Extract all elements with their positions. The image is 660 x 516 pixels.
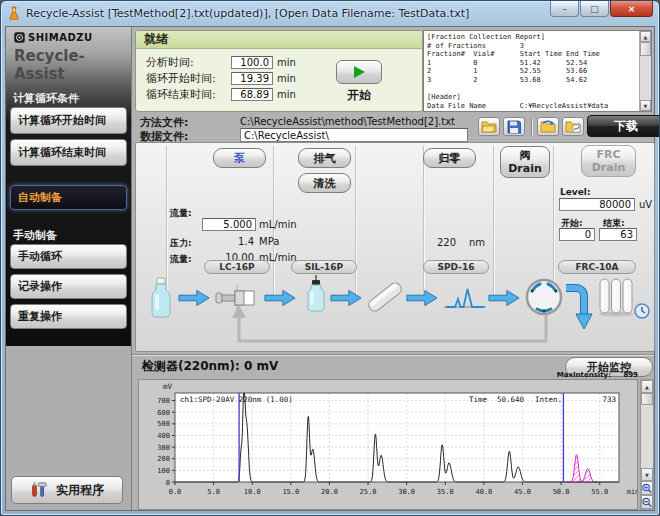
svg-text:min: min [627,488,637,496]
flow-diagram-panel: 泵 排气 清洗 归零 阀 Drain FRC Drain Level: uV 开… [135,142,655,352]
svg-text:45.0: 45.0 [514,488,531,496]
chart-scroll-up-icon[interactable]: ▲ [641,380,653,393]
svg-text:50.640: 50.640 [497,395,525,404]
data-file-input[interactable] [240,128,468,142]
calc-start-time-button[interactable]: 计算循环开始时间 [10,107,127,134]
pump-button[interactable]: 泵 [213,148,266,168]
tools-icon [30,481,48,499]
frc-drain-button[interactable]: FRC Drain [581,145,636,177]
export-report-button[interactable] [562,117,584,136]
close-button[interactable]: × [610,1,653,17]
wavelength-value: 220 [426,237,456,248]
flow-rate-unit: mL/min [259,219,297,230]
zoom-in-button[interactable] [641,481,653,495]
flow-arrow-icon [264,289,296,307]
open-data-folder-icon [540,120,556,133]
app-title: Recycle-Assist [14,47,131,83]
svg-text:55.0: 55.0 [591,488,608,496]
application-window: Recycle-Assist [TestMethod[2].txt(update… [0,0,660,516]
svg-text:mV: mV [163,382,173,391]
svg-text:35.0: 35.0 [437,488,454,496]
flow-arrow-icon [406,289,438,307]
app-icon [7,6,21,20]
report-scrollbar[interactable]: ▲ ▼ [639,31,651,111]
fraction-report-panel: [Fraction Collection Report] # of Fracti… [423,30,652,112]
play-icon [354,66,365,78]
fraction-collector-icon [598,277,634,317]
flow-rate-label: 流量: [170,207,192,220]
manual-prep-label: 手动制备 [13,228,57,243]
svg-text:200: 200 [157,455,170,463]
pump-icon [214,285,260,311]
chromatogram-plot: 0.05.010.015.020.025.030.035.040.045.050… [139,380,637,509]
cycle-end-time-input[interactable] [231,88,273,101]
svg-text:50.0: 50.0 [553,488,570,496]
manual-cycle-button[interactable]: 手动循环 [10,244,127,269]
wavelength-unit: nm [469,237,485,248]
svg-text:0: 0 [166,479,170,487]
analysis-time-input[interactable] [231,56,273,69]
svg-text:733: 733 [602,395,616,404]
zoom-out-button[interactable] [641,495,653,509]
cycle-end-time-unit: min [277,89,296,100]
auto-prep-button[interactable]: 自动制备 [10,185,127,210]
recycle-valve-icon [524,277,564,317]
svg-text:700: 700 [157,397,170,405]
frc-start-input[interactable] [559,228,595,241]
status-header: 就绪 [136,31,422,49]
utilities-button[interactable]: 实用程序 [11,476,123,504]
chromatogram[interactable]: 0.05.010.015.020.025.030.035.040.045.050… [138,379,638,510]
minimize-button[interactable]: – [550,1,579,17]
chart-scroll-down-icon[interactable]: ▼ [641,468,653,481]
purge-button[interactable]: 排气 [298,148,351,168]
analysis-time-row: 分析时间: min [146,55,296,70]
to-collector-arrow-icon [564,283,594,331]
shimadzu-logo-icon [14,32,25,43]
svg-text:ch1:SPD-20AV 220nm (1.00): ch1:SPD-20AV 220nm (1.00) [180,395,293,404]
level-input[interactable] [559,198,635,211]
shimadzu-logo: SHIMADZU [14,32,93,43]
cycle-start-time-input[interactable] [231,72,273,85]
open-data-button[interactable] [537,117,559,136]
svg-text:100: 100 [157,467,170,475]
flow-rate-input[interactable] [202,218,256,231]
open-method-button[interactable] [478,117,500,136]
svg-text:Inten.: Inten. [535,395,562,404]
scroll-down-icon[interactable]: ▼ [640,100,651,111]
sidebar: SHIMADZU Recycle-Assist 计算循环条件 计算循环开始时间 … [6,27,132,510]
device-badge-collector: FRC-10A [558,260,636,274]
calc-end-time-button[interactable]: 计算循环结束时间 [10,139,127,166]
download-button[interactable]: 下载 [587,115,660,137]
column-icon [364,279,406,315]
svg-text:40.0: 40.0 [475,488,492,496]
zoom-out-icon [642,497,652,508]
cycle-start-time-row: 循环开始时间: min [146,71,296,86]
repeat-operation-button[interactable]: 重复操作 [10,304,127,329]
analysis-time-unit: min [277,57,296,68]
svg-text:15.0: 15.0 [282,488,299,496]
chart-scroll-thumb[interactable] [641,393,653,405]
cycle-start-time-label: 循环开始时间: [146,71,231,86]
svg-text:20.0: 20.0 [321,488,338,496]
autosampler-vial-icon [306,275,326,315]
frc-end-input[interactable] [599,228,637,241]
detector-signal-icon [442,285,488,311]
calc-conditions-label: 计算循环条件 [13,91,79,106]
chart-scrollbar[interactable]: ▲ ▼ [640,379,654,510]
start-run-button[interactable] [336,60,382,84]
scroll-up-icon[interactable]: ▲ [640,31,651,42]
report-folder-icon [565,120,581,133]
valve-drain-button[interactable]: 阀 Drain [500,146,550,178]
cycle-end-time-row: 循环结束时间: min [146,87,296,102]
utilities-label: 实用程序 [56,482,104,499]
zero-button[interactable]: 归零 [423,148,476,168]
device-badge-autosampler: SIL-16P [291,260,357,274]
max-intensity-value: 899 [623,371,638,379]
svg-text:Time: Time [469,395,488,404]
save-method-button[interactable] [503,117,525,136]
flow-arrow-icon [488,289,520,307]
scroll-thumb[interactable] [640,42,651,56]
maximize-button[interactable]: □ [580,1,609,17]
rinse-button[interactable]: 清洗 [298,173,351,193]
record-operation-button[interactable]: 记录操作 [10,274,127,299]
